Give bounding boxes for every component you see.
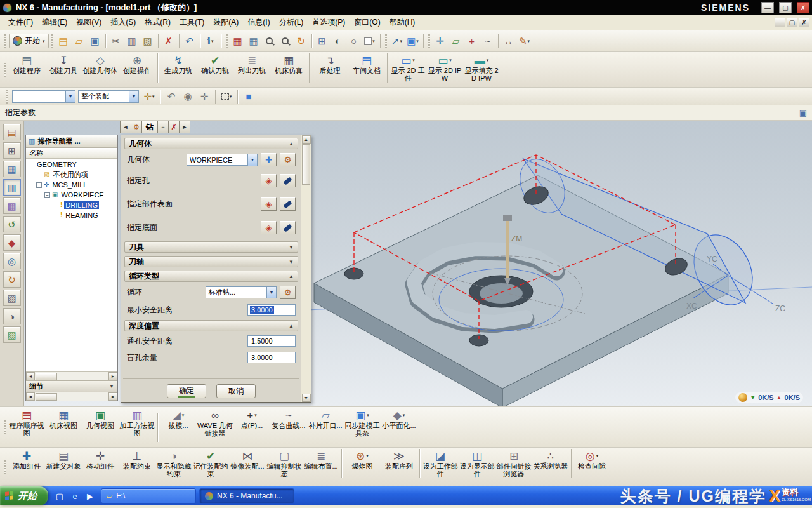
- min-clearance-input[interactable]: 3.0000: [247, 304, 296, 316]
- dropdown-arrow-icon[interactable]: ▾: [400, 39, 403, 44]
- dropdown-arrow-icon[interactable]: ▾: [528, 39, 530, 44]
- dropdown-arrow-icon[interactable]: ▾: [254, 413, 257, 418]
- wave-geometry-linker-button[interactable]: ∞WAVE 几何链接器: [197, 408, 233, 438]
- assembly-load-button[interactable]: ▣▾: [405, 34, 421, 49]
- chevron-down-icon[interactable]: ▼: [129, 91, 138, 102]
- edit-arrangement-button[interactable]: ≣编辑布置...: [303, 449, 339, 478]
- select-top-surface-button[interactable]: ◈: [261, 197, 277, 211]
- highlight-top-surface-button[interactable]: [280, 197, 296, 211]
- dropdown-arrow-icon[interactable]: ▾: [449, 58, 452, 63]
- dialog-minimize-button[interactable]: −: [157, 121, 169, 133]
- tree-row[interactable]: !REAMING: [26, 210, 117, 220]
- marquee-select-button[interactable]: ▾: [219, 89, 234, 104]
- materials-button[interactable]: ▨: [3, 290, 21, 306]
- toolbar-grip[interactable]: [4, 63, 6, 77]
- start-menu-button[interactable]: 开始 ▾: [9, 34, 49, 48]
- assembly-navigator-button[interactable]: ▤: [3, 124, 21, 140]
- chevron-down-icon[interactable]: ▼: [65, 91, 75, 102]
- patch-opening-button[interactable]: ▱补片开口...: [307, 408, 344, 438]
- wireframe-view-button[interactable]: ○: [346, 34, 362, 49]
- task-button-folder[interactable]: ▱ F:\: [101, 488, 196, 504]
- show-2d-workpiece-button[interactable]: ▭▾显示 2D 工件: [390, 53, 426, 83]
- new-part-button[interactable]: ▤: [56, 34, 71, 49]
- edit-suppression-button[interactable]: ▢编辑抑制状态: [266, 449, 303, 478]
- blind-stock-input[interactable]: 3.0000: [247, 352, 296, 363]
- create-operation-button[interactable]: ⊕创建操作: [119, 53, 155, 83]
- toolbar-grip[interactable]: [385, 34, 387, 48]
- assembly-constraints-button[interactable]: ⊥装配约束: [119, 449, 155, 478]
- toolbar-grip[interactable]: [428, 34, 430, 48]
- snap-point-button[interactable]: ✛▾: [141, 89, 157, 104]
- refresh-button[interactable]: ↻: [294, 34, 309, 49]
- scroll-up-icon[interactable]: ▲: [302, 135, 311, 144]
- dropdown-arrow-icon[interactable]: ▾: [211, 39, 214, 44]
- view-grid-button[interactable]: ▦: [230, 34, 246, 49]
- expander-icon[interactable]: −: [44, 192, 50, 198]
- copy-button[interactable]: ▥: [124, 34, 140, 49]
- chevron-down-icon[interactable]: ▼: [247, 154, 257, 166]
- menu-8[interactable]: 分析(L): [275, 15, 308, 30]
- roles-button[interactable]: ◑: [3, 308, 21, 324]
- cycle-type-section-header[interactable]: 循环类型 ▲: [124, 271, 298, 282]
- make-work-part-button[interactable]: ◪设为工作部件: [422, 449, 459, 478]
- paste-button[interactable]: ▨: [140, 34, 155, 49]
- dropdown-arrow-icon[interactable]: ▾: [487, 58, 489, 63]
- hd3d-tools-button[interactable]: ◆: [3, 234, 21, 251]
- postprocess-button[interactable]: ↴后处理: [311, 53, 348, 83]
- menu-6[interactable]: 装配(A): [209, 15, 243, 30]
- mdi-restore-button[interactable]: ▢: [787, 18, 797, 27]
- pan-view-button[interactable]: ✛: [197, 89, 212, 104]
- menu-11[interactable]: 帮助(H): [385, 15, 420, 30]
- tool-axis-section-header[interactable]: 刀轴 ▼: [124, 256, 298, 267]
- menu-10[interactable]: 窗口(O): [350, 15, 384, 30]
- dialog-close-button[interactable]: ✗: [168, 121, 180, 133]
- show-hide-constraints-button[interactable]: ◑显示和隐藏约束: [155, 449, 192, 478]
- menu-1[interactable]: 编辑(E): [37, 15, 72, 30]
- shaded-view-button[interactable]: ◐: [331, 34, 346, 49]
- system-scenes-button[interactable]: ▧: [3, 326, 21, 343]
- menu-7[interactable]: 信息(I): [243, 15, 274, 30]
- relations-browser-button[interactable]: ∴关系浏览器: [532, 449, 569, 478]
- create-program-button[interactable]: ▤创建程序: [8, 53, 45, 83]
- dropdown-arrow-icon[interactable]: ▾: [182, 413, 185, 418]
- selection-filter-combo[interactable]: ▼: [12, 90, 75, 103]
- menu-9[interactable]: 首选项(P): [308, 15, 350, 30]
- constraint-navigator-button[interactable]: ⊞: [3, 142, 21, 159]
- menu-2[interactable]: 视图(V): [72, 15, 106, 30]
- curve-button[interactable]: ~: [480, 34, 495, 49]
- dropdown-arrow-icon[interactable]: ▾: [366, 453, 369, 458]
- highlight-holes-button[interactable]: [280, 174, 296, 187]
- shop-documentation-button[interactable]: ▤车间文档: [348, 53, 385, 83]
- dropdown-arrow-icon[interactable]: ▾: [596, 453, 599, 458]
- part-navigator-button[interactable]: ▦: [3, 161, 21, 177]
- show-desktop-button[interactable]: ▢: [52, 490, 67, 502]
- check-clearance-button[interactable]: ◎▾检查间隙: [573, 449, 610, 478]
- navigator-title-bar[interactable]: ▥ 操作导航器 ...: [26, 135, 117, 148]
- through-clearance-input[interactable]: 1.5000: [247, 335, 296, 347]
- machine-navigator-button[interactable]: ▩: [3, 197, 21, 214]
- dialog-options-button[interactable]: ⚙: [131, 121, 142, 133]
- mdi-close-button[interactable]: ✗: [799, 18, 809, 27]
- geometry-section-header[interactable]: 几何体 ▲: [124, 138, 298, 149]
- dropdown-arrow-icon[interactable]: ▾: [412, 58, 415, 63]
- menu-4[interactable]: 格式(R): [140, 15, 175, 30]
- geometry-combo[interactable]: WORKPIECE ▼: [187, 154, 258, 166]
- create-tool-button[interactable]: ↧创建刀具: [45, 53, 82, 83]
- machine-simulation-button[interactable]: ▦机床仿真: [270, 53, 307, 83]
- geometry-view-button[interactable]: ▣几何视图: [82, 408, 119, 438]
- edit-geometry-button[interactable]: ⚙: [280, 153, 296, 166]
- remember-constraints-button[interactable]: ✔记住装配约束: [192, 449, 229, 478]
- toolbar-grip[interactable]: [6, 90, 8, 104]
- dropdown-arrow-icon[interactable]: ▾: [367, 413, 369, 418]
- new-geometry-button[interactable]: ✚: [261, 153, 277, 166]
- tree-row[interactable]: −✛MCS_MILL: [26, 180, 117, 190]
- add-component-button[interactable]: ✚添加组件: [8, 449, 45, 478]
- generate-toolpath-button[interactable]: ↯生成刀轨: [160, 53, 197, 83]
- facet-body-button[interactable]: ◆▾小平面化...: [381, 408, 417, 438]
- toolbar-grip[interactable]: [51, 34, 53, 48]
- minimize-button[interactable]: —: [761, 2, 774, 13]
- tree-row[interactable]: GEOMETRY: [26, 159, 117, 170]
- menu-3[interactable]: 插入(S): [106, 15, 140, 30]
- start-button[interactable]: 开始: [0, 486, 48, 505]
- toolbar-grip[interactable]: [4, 420, 6, 434]
